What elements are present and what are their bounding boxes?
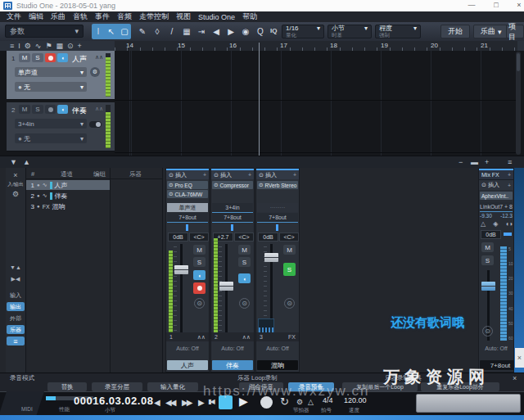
automation-mode[interactable]: Auto: Off bbox=[211, 345, 254, 351]
project-page-button[interactable]: 项目 bbox=[506, 25, 524, 38]
track-input-dropdown[interactable]: 单声道▾ bbox=[15, 67, 87, 77]
strip-name-tab[interactable]: 伴奏 bbox=[212, 360, 253, 370]
add-mixfx-icon[interactable]: + bbox=[508, 172, 511, 178]
pan-value[interactable]: <C> bbox=[234, 233, 254, 242]
takes-to-layers-button[interactable]: 录至分层 bbox=[92, 382, 142, 391]
insert-slot[interactable]: ⊙Pro EQ bbox=[167, 181, 208, 189]
rewind-button[interactable]: ◀◀ bbox=[165, 398, 174, 407]
insert-slot[interactable]: ⊙CLA-76MW bbox=[167, 190, 208, 198]
mixfx-header[interactable]: Mix FX + bbox=[479, 169, 513, 179]
automation-clock-icon[interactable]: ⊙ bbox=[482, 326, 493, 336]
fader-track[interactable] bbox=[225, 244, 228, 341]
start-page-button[interactable]: 开始 bbox=[440, 25, 470, 38]
listen-tool[interactable]: ◀ bbox=[210, 27, 223, 36]
gain-value[interactable]: 0dB bbox=[168, 233, 188, 242]
q-tool[interactable]: Q bbox=[254, 27, 267, 36]
performance-label[interactable]: 性能 bbox=[59, 406, 70, 413]
group-icon[interactable]: ▦ bbox=[56, 43, 63, 50]
solo-button[interactable]: S bbox=[32, 53, 43, 62]
automation-dropdown[interactable]: ● 无▾ bbox=[15, 82, 87, 92]
automation-mode[interactable]: Auto: Off bbox=[256, 345, 299, 351]
time-display[interactable]: 00016.03.02.08 bbox=[74, 395, 151, 407]
song-page-button[interactable]: 乐曲 ▾ bbox=[473, 25, 509, 38]
insert-slot[interactable]: AphexVint.. bbox=[480, 192, 513, 200]
master-strip[interactable]: Mix FX + ⊙ 插入 + AphexVint.. LinkOut7 + 8… bbox=[478, 168, 514, 373]
channel-row-accomp[interactable]: 2 ● ∿ 伴奏 bbox=[26, 191, 110, 201]
snap-icon[interactable]: ⊙ bbox=[67, 43, 74, 50]
monitor-button[interactable]: ◖ bbox=[57, 53, 68, 62]
fader-handle[interactable] bbox=[174, 265, 188, 274]
eraser-tool[interactable]: ◊ bbox=[151, 27, 164, 36]
fader-handle[interactable] bbox=[264, 253, 278, 262]
rail-banks-icon[interactable]: ≡ bbox=[7, 336, 25, 345]
track-header-accomp[interactable]: 2 M S ◖ 伴奏 ∧∧ 3+4in▾ ● 无▾ bbox=[7, 102, 115, 151]
track-list-icon[interactable]: ≡ bbox=[10, 43, 14, 50]
toggle-icon[interactable] bbox=[89, 121, 102, 128]
input-quantize-button[interactable]: 输入量化 bbox=[147, 382, 198, 391]
automation-clock-icon[interactable]: ⊙ bbox=[284, 298, 295, 309]
input-select[interactable]: 单声道 bbox=[167, 203, 208, 212]
pan-marker[interactable] bbox=[276, 224, 278, 231]
timeline-ruler[interactable]: 14 15 16 17 18 19 20 21 bbox=[115, 41, 517, 51]
wrench-icon[interactable]: ⚙ bbox=[6, 190, 25, 198]
rail-outputs[interactable]: 输出 bbox=[7, 302, 25, 311]
mute-button[interactable]: M bbox=[19, 105, 30, 114]
add-insert-icon[interactable]: + bbox=[508, 183, 511, 188]
close-record-panel-icon[interactable]: × bbox=[513, 374, 517, 382]
input-select[interactable]: ········ bbox=[257, 203, 298, 212]
menu-event[interactable]: 事件 bbox=[95, 11, 110, 22]
strip-name-tab[interactable]: 人声 bbox=[167, 360, 208, 370]
maximize-button[interactable]: □ bbox=[490, 1, 503, 9]
insert-header[interactable]: ⊙ 插入 + bbox=[211, 169, 254, 179]
insert-header[interactable]: ⊙ 插入 + bbox=[166, 169, 209, 179]
fader-track[interactable] bbox=[180, 244, 183, 341]
solo-button[interactable]: S bbox=[238, 257, 251, 267]
add-track-icon[interactable]: + bbox=[78, 43, 82, 50]
macro-tool[interactable]: ◉ bbox=[239, 27, 252, 36]
inspector-icon[interactable]: I bbox=[18, 43, 20, 50]
mute-button[interactable]: M bbox=[283, 245, 296, 255]
insert-header[interactable]: ⊙ 插入 + bbox=[479, 179, 513, 190]
automation-mode[interactable]: Auto: Off bbox=[166, 345, 209, 351]
track-name[interactable]: 人声 bbox=[72, 54, 87, 65]
ibeam-tool[interactable]: I bbox=[92, 27, 105, 36]
zoom-out-icon[interactable]: − bbox=[458, 159, 463, 166]
automation-icon[interactable]: ∿ bbox=[35, 43, 42, 50]
menu-help[interactable]: 帮助 bbox=[242, 11, 257, 22]
bend-tool[interactable]: ⇥ bbox=[195, 27, 208, 36]
expand-icon[interactable]: ▲ bbox=[23, 159, 30, 166]
solo-button[interactable]: S bbox=[32, 105, 43, 114]
channel-strip-reverb[interactable]: ⊙ 插入 + ⊙RVerb Stereo ········ 7+8out 0dB… bbox=[255, 168, 300, 373]
menu-studio-one[interactable]: Studio One bbox=[198, 13, 235, 21]
menu-file[interactable]: 文件 bbox=[7, 11, 21, 22]
channel-row-vocal[interactable]: 1 ● ∿ 人声 bbox=[26, 180, 110, 190]
prev-marker-button[interactable]: ◀ bbox=[154, 398, 159, 407]
pan-value[interactable]: <C> bbox=[279, 233, 299, 242]
insert-header[interactable]: ⊙ 插入 + bbox=[256, 169, 299, 179]
input-select[interactable]: 3+4in bbox=[212, 203, 253, 213]
fade-tool[interactable]: ▶ bbox=[224, 27, 237, 36]
params-dropdown[interactable]: 参数 ▾ bbox=[5, 25, 84, 38]
mute-tool[interactable]: ▦ bbox=[180, 27, 193, 36]
wrench-icon[interactable]: ⚙ bbox=[25, 43, 31, 50]
menu-audio[interactable]: 音频 bbox=[117, 11, 132, 22]
track-name[interactable]: 伴奏 bbox=[72, 106, 87, 116]
zoom-menu-icon[interactable]: ≡ bbox=[508, 159, 512, 166]
record-arm-button[interactable] bbox=[45, 105, 56, 114]
split-tool[interactable]: / bbox=[165, 27, 178, 36]
link-output[interactable]: LinkOut7 + 8 bbox=[480, 202, 513, 212]
pan-value[interactable]: <C> bbox=[189, 233, 209, 242]
minimize-button[interactable]: — bbox=[465, 1, 478, 9]
input-quantize-toggle[interactable]: IQ bbox=[270, 27, 277, 34]
rail-inputs[interactable]: 输入 bbox=[7, 291, 25, 300]
mute-button[interactable]: M bbox=[238, 245, 251, 255]
channel-row-reverb[interactable]: 3 ● FX 混响 bbox=[26, 201, 110, 211]
fader-handle[interactable] bbox=[219, 282, 233, 291]
channel-strip-vocal[interactable]: ⊙ 插入 + ⊙Pro EQ ⊙CLA-76MW 单声道 7+8out 0dB … bbox=[165, 168, 210, 373]
add-insert-icon[interactable]: + bbox=[203, 172, 206, 178]
range-tool[interactable]: ▢ bbox=[118, 27, 131, 36]
collapse-icon[interactable]: ▼ bbox=[10, 159, 17, 166]
output-select[interactable]: 7+8out bbox=[212, 213, 253, 223]
output-select[interactable]: 7+8out bbox=[257, 213, 298, 223]
pan-bar[interactable] bbox=[504, 233, 512, 236]
